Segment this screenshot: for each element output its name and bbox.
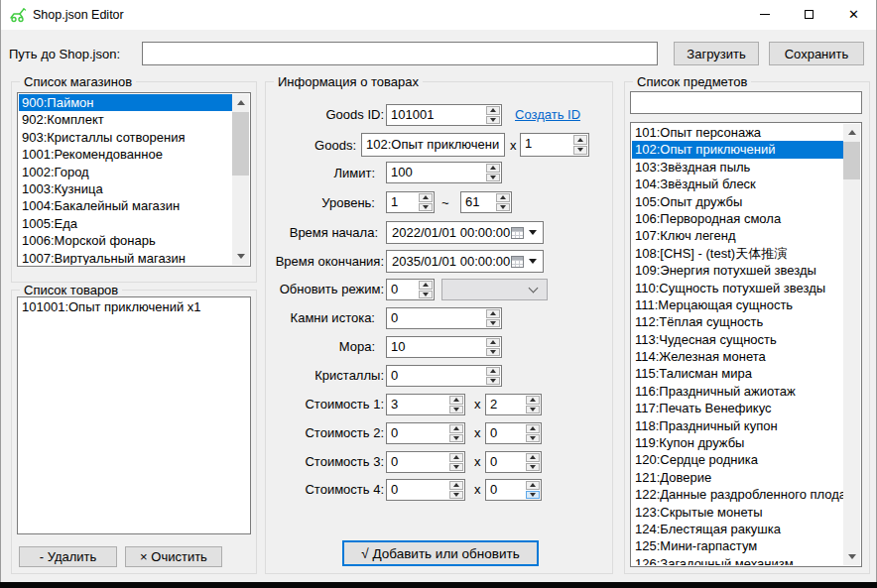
spin-up-icon[interactable] [573, 135, 587, 145]
spin-down-icon[interactable] [449, 491, 463, 500]
list-item[interactable]: 116:Праздничный ажиотаж [632, 383, 843, 400]
spin-up-icon[interactable] [526, 453, 540, 462]
list-item[interactable]: 108:[CHS] - (test)天体推演 [632, 245, 843, 262]
list-item[interactable]: 115:Талисман мира [632, 365, 843, 382]
list-item[interactable]: 101001:Опыт приключений x1 [19, 298, 249, 315]
spin-down-icon[interactable] [449, 406, 463, 414]
items-listbox[interactable]: 101:Опыт персонажа102:Опыт приключений10… [630, 122, 862, 567]
shops-listbox[interactable]: 900:Паймон902:Комплект903:Кристаллы сотв… [17, 92, 251, 267]
list-item[interactable]: 118:Праздничный купон [632, 417, 843, 434]
list-item[interactable]: 103:Звёздная пыль [632, 159, 843, 176]
list-item[interactable]: 101:Опыт персонажа [632, 124, 843, 141]
spin-up-icon[interactable] [486, 106, 500, 115]
minimize-button[interactable] [742, 0, 787, 29]
spin-down-icon[interactable] [486, 377, 500, 386]
list-item[interactable]: 1006:Морской фонарь [19, 232, 232, 249]
hcoin-spinner[interactable]: 0 [386, 307, 502, 329]
scroll-up-icon[interactable] [843, 124, 860, 141]
items-search-input[interactable] [630, 91, 862, 114]
list-item[interactable]: 104:Звёздный блеск [632, 176, 843, 192]
level-min-spinner[interactable]: 1 [386, 191, 435, 213]
level-max-spinner[interactable]: 61 [460, 191, 512, 213]
shops-scrollbar[interactable] [232, 94, 249, 265]
close-button[interactable]: ✕ [831, 0, 876, 29]
spin-down-icon[interactable] [449, 434, 463, 443]
list-item[interactable]: 1004:Бакалейный магазин [19, 197, 232, 214]
maximize-button[interactable] [787, 0, 831, 29]
goods-input[interactable]: 102:Опыт приключени [361, 133, 505, 157]
list-item[interactable]: 105:Опыт дружбы [632, 193, 843, 210]
goods-id-spinner[interactable]: 101001 [386, 104, 502, 126]
dropdown-arrow-icon[interactable] [529, 230, 537, 235]
list-item[interactable]: 112:Тёплая сущность [632, 313, 843, 330]
list-item[interactable]: 121:Доверие [632, 469, 843, 486]
spin-down-icon[interactable] [526, 463, 540, 472]
begin-time-picker[interactable]: 2022/01/01 00:00:00 [386, 221, 544, 244]
list-item[interactable]: 119:Купон дружбы [632, 434, 843, 451]
spin-up-icon[interactable] [526, 424, 540, 433]
cost1-item-spinner[interactable]: 3 [386, 394, 465, 415]
list-item[interactable]: 903:Кристаллы сотворения [19, 129, 232, 146]
delete-button[interactable]: - Удалить [19, 546, 117, 567]
cost4-count-spinner[interactable]: 0 [485, 479, 542, 501]
spin-down-icon[interactable] [486, 348, 500, 357]
list-item[interactable]: 107:Ключ легенд [632, 227, 843, 244]
spin-up-icon[interactable] [496, 193, 510, 202]
list-item[interactable]: 125:Мини-гарпастум [632, 537, 843, 554]
spin-up-icon[interactable] [419, 193, 433, 202]
spin-up-icon[interactable] [526, 396, 540, 405]
spin-up-icon[interactable] [486, 309, 500, 318]
dropdown-arrow-icon[interactable] [529, 259, 537, 264]
list-item[interactable]: 123:Скрытые монеты [632, 504, 843, 521]
spin-up-icon[interactable] [449, 396, 463, 405]
spin-up-icon[interactable] [419, 281, 433, 290]
cost2-item-spinner[interactable]: 0 [386, 422, 465, 444]
list-item[interactable]: 109:Энергия потухшей звезды [632, 262, 843, 279]
list-item[interactable]: 120:Сердце родника [632, 451, 843, 468]
limit-spinner[interactable]: 100 [386, 162, 502, 183]
list-item[interactable]: 122:Данные раздробленного плода [632, 486, 843, 503]
spin-up-icon[interactable] [449, 481, 463, 490]
spin-down-icon[interactable] [526, 491, 540, 500]
list-item[interactable]: 1002:Город [19, 164, 232, 180]
spin-down-icon[interactable] [486, 319, 500, 328]
spin-down-icon[interactable] [486, 116, 500, 125]
list-item[interactable]: 102:Опыт приключений [632, 141, 843, 158]
refresh-mode-spinner[interactable]: 0 [386, 279, 435, 300]
cost2-count-spinner[interactable]: 0 [485, 422, 542, 444]
end-time-picker[interactable]: 2035/01/01 00:00:00 [386, 250, 544, 273]
cost3-item-spinner[interactable]: 0 [386, 451, 465, 473]
list-item[interactable]: 111:Мерцающая сущность [632, 296, 843, 313]
create-id-link[interactable]: Создать ID [515, 107, 580, 122]
list-item[interactable]: 117:Печать Венефикус [632, 400, 843, 416]
list-item[interactable]: 124:Блестящая ракушка [632, 521, 843, 537]
load-button[interactable]: Загрузить [674, 42, 759, 65]
spin-up-icon[interactable] [449, 453, 463, 462]
list-item[interactable]: 902:Комплект [19, 111, 232, 128]
shops-scroll-thumb[interactable] [232, 112, 249, 176]
list-item[interactable]: 106:Первородная смола [632, 210, 843, 227]
list-item[interactable]: 113:Чудесная сущность [632, 331, 843, 348]
list-item[interactable]: 1007:Виртуальный магазин [19, 250, 232, 265]
cost4-item-spinner[interactable]: 0 [386, 479, 465, 501]
list-item[interactable]: 114:Железная монета [632, 348, 843, 365]
cost3-count-spinner[interactable]: 0 [485, 451, 542, 473]
items-scrollbar[interactable] [843, 124, 860, 565]
clear-button[interactable]: × Очистить [125, 546, 222, 567]
list-item[interactable]: 1005:Еда [19, 215, 232, 232]
cost1-count-spinner[interactable]: 2 [485, 394, 542, 415]
spin-up-icon[interactable] [449, 424, 463, 433]
items-scroll-thumb[interactable] [843, 142, 860, 179]
list-item[interactable]: 900:Паймон [19, 94, 232, 111]
spin-down-icon[interactable] [419, 203, 433, 212]
scroll-down-icon[interactable] [843, 548, 860, 565]
spin-down-icon[interactable] [496, 203, 510, 212]
spin-down-icon[interactable] [449, 463, 463, 472]
spin-down-icon[interactable] [526, 434, 540, 443]
save-button[interactable]: Сохранить [769, 42, 864, 65]
list-item[interactable]: 110:Сущность потухшей звезды [632, 280, 843, 296]
cart-listbox[interactable]: 101001:Опыт приключений x1 [17, 296, 251, 534]
list-item[interactable]: 126:Загадочный механизм [632, 555, 843, 565]
spin-up-icon[interactable] [526, 481, 540, 490]
refresh-mode-combobox[interactable] [441, 279, 548, 300]
